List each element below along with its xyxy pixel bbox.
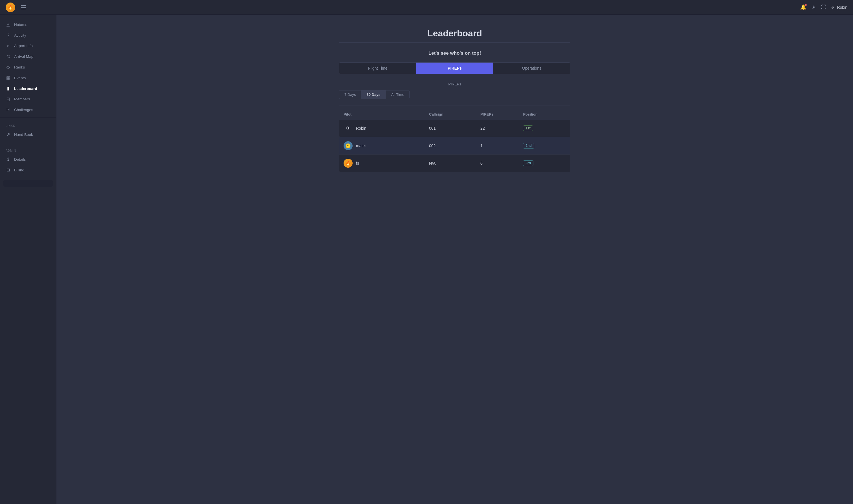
- ranks-icon: ◇: [6, 65, 11, 70]
- badge-3rd: 3rd: [523, 160, 534, 166]
- main-content: Leaderboard Let's see who's on top! Flig…: [56, 15, 853, 504]
- sidebar-label-activity: Activity: [14, 33, 26, 37]
- avatar-robin: ✈: [344, 124, 353, 133]
- notifications-icon[interactable]: 🔔: [800, 4, 806, 11]
- activity-icon: ⋮: [6, 33, 11, 38]
- layout: △ Notams ⋮ Activity ○ Airport Info ◎ Arr…: [0, 15, 853, 504]
- logo[interactable]: 🔥: [6, 2, 15, 12]
- expand-icon[interactable]: ⛶: [821, 4, 826, 10]
- leaderboard-icon: ▮: [6, 86, 11, 91]
- members-icon: ⌸: [6, 97, 11, 102]
- sidebar-divider-links: [0, 117, 56, 118]
- map-pin-icon: ◎: [6, 54, 11, 59]
- hamburger-menu[interactable]: [20, 4, 27, 11]
- col-header-callsign: Callsign: [429, 112, 481, 116]
- col-header-pilot: Pilot: [344, 112, 429, 116]
- details-icon: ℹ: [6, 157, 11, 162]
- external-link-icon: ↗: [6, 132, 11, 137]
- sidebar-item-members[interactable]: ⌸ Members: [0, 94, 56, 104]
- sidebar-item-activity[interactable]: ⋮ Activity: [0, 30, 56, 41]
- page-subtitle: Let's see who's on top!: [339, 51, 570, 56]
- sidebar-item-events[interactable]: ▦ Events: [0, 72, 56, 83]
- sidebar-label-details: Details: [14, 157, 26, 162]
- sidebar-label-ranks: Ranks: [14, 65, 25, 69]
- warning-icon: △: [6, 22, 11, 27]
- badge-1st: 1st: [523, 125, 533, 131]
- brightness-icon[interactable]: ☀: [812, 4, 816, 11]
- callsign-robin: 001: [429, 126, 481, 130]
- admin-section-label: ADMIN: [0, 145, 56, 154]
- table-row[interactable]: 🔥 fs N/A 0 3rd: [339, 155, 570, 172]
- user-menu[interactable]: ✈ Robin: [831, 5, 847, 10]
- sidebar-progress-bar: [3, 180, 53, 186]
- content-area: Leaderboard Let's see who's on top! Flig…: [328, 15, 582, 183]
- table-row[interactable]: ✈ Robin 001 22 1st: [339, 120, 570, 137]
- sidebar-label-notams: Notams: [14, 22, 28, 27]
- tab-flight-time[interactable]: Flight Time: [340, 62, 416, 74]
- plane-icon: ✈: [831, 5, 835, 10]
- cart-icon: ⊡: [6, 167, 11, 173]
- sidebar-item-handbook[interactable]: ↗ Hand Book: [0, 129, 56, 140]
- title-underline: [339, 42, 570, 42]
- sidebar-item-leaderboard[interactable]: ▮ Leaderboard: [0, 83, 56, 94]
- pilot-cell-robin: ✈ Robin: [344, 124, 429, 133]
- check-square-icon: ☑: [6, 107, 11, 112]
- pireps-robin: 22: [481, 126, 523, 130]
- sidebar-label-leaderboard: Leaderboard: [14, 87, 37, 91]
- col-header-pireps: PIREPs: [481, 112, 523, 116]
- callsign-matei: 002: [429, 143, 481, 148]
- header: 🔥 🔔 ☀ ⛶ ✈ Robin: [0, 0, 853, 15]
- filter-alltime[interactable]: All Time: [386, 90, 410, 99]
- sidebar-label-arrival-map: Arrival Map: [14, 54, 33, 59]
- filter-label: PIREPs: [339, 82, 570, 86]
- filter-30days[interactable]: 30 Days: [361, 90, 386, 99]
- sidebar-label-events: Events: [14, 76, 26, 80]
- sidebar-divider-admin: [0, 142, 56, 142]
- sidebar-label-challenges: Challenges: [14, 108, 33, 112]
- username: Robin: [837, 5, 847, 10]
- page-title: Leaderboard: [339, 28, 570, 39]
- pireps-matei: 1: [481, 143, 523, 148]
- header-left: 🔥: [6, 2, 27, 12]
- pilot-cell-fs: 🔥 fs: [344, 159, 429, 168]
- callsign-fs: N/A: [429, 161, 481, 165]
- links-section-label: LINKS: [0, 120, 56, 129]
- category-tabs: Flight Time PIREPs Operations: [339, 62, 570, 74]
- sidebar-label-members: Members: [14, 97, 30, 101]
- pilot-name-robin: Robin: [356, 126, 366, 130]
- avatar-fs: 🔥: [344, 159, 353, 168]
- sidebar-label-handbook: Hand Book: [14, 132, 33, 137]
- sidebar-item-billing[interactable]: ⊡ Billing: [0, 165, 56, 175]
- header-right: 🔔 ☀ ⛶ ✈ Robin: [800, 4, 847, 11]
- pilot-name-matei: matei: [356, 143, 366, 148]
- sidebar-item-challenges[interactable]: ☑ Challenges: [0, 104, 56, 115]
- pireps-fs: 0: [481, 161, 523, 165]
- sidebar: △ Notams ⋮ Activity ○ Airport Info ◎ Arr…: [0, 15, 56, 504]
- position-robin: 1st: [523, 125, 566, 131]
- position-fs: 3rd: [523, 160, 566, 166]
- pilot-name-fs: fs: [356, 161, 359, 165]
- col-header-position: Position: [523, 112, 566, 116]
- position-matei: 2nd: [523, 143, 566, 148]
- badge-2nd: 2nd: [523, 143, 534, 148]
- filter-7days[interactable]: 7 Days: [339, 90, 361, 99]
- sidebar-item-notams[interactable]: △ Notams: [0, 19, 56, 30]
- pilot-cell-matei: 😶 matei: [344, 141, 429, 150]
- tab-operations[interactable]: Operations: [493, 62, 570, 74]
- sidebar-item-arrival-map[interactable]: ◎ Arrival Map: [0, 51, 56, 62]
- time-filter: 7 Days 30 Days All Time: [339, 90, 570, 99]
- tab-pireps[interactable]: PIREPs: [416, 62, 493, 74]
- sidebar-label-airport-info: Airport Info: [14, 44, 33, 48]
- sidebar-item-airport-info[interactable]: ○ Airport Info: [0, 41, 56, 51]
- info-circle-icon: ○: [6, 43, 11, 48]
- sidebar-item-details[interactable]: ℹ Details: [0, 154, 56, 165]
- table-header: Pilot Callsign PIREPs Position: [339, 110, 570, 119]
- sidebar-label-billing: Billing: [14, 168, 24, 172]
- table-row[interactable]: 😶 matei 002 1 2nd: [339, 137, 570, 154]
- avatar-matei: 😶: [344, 141, 353, 150]
- sidebar-item-ranks[interactable]: ◇ Ranks: [0, 62, 56, 72]
- calendar-icon: ▦: [6, 75, 11, 80]
